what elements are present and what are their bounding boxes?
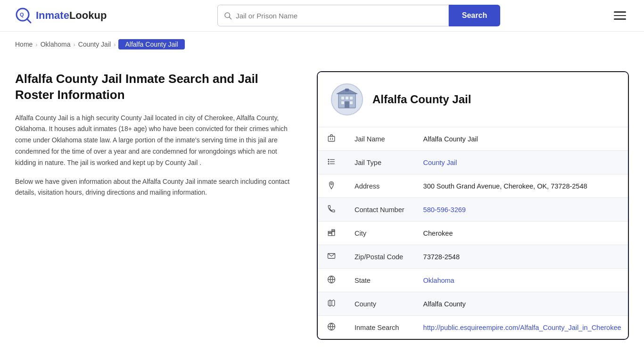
chevron-icon-1: › [35,41,37,48]
svg-rect-11 [345,101,349,108]
svg-rect-13 [345,89,349,91]
row-value[interactable]: http://public.esquireempire.com/Alfalfa_… [414,316,629,339]
breadcrumb: Home › Oklahoma › County Jail › Alfalfa … [0,32,644,57]
row-label: Jail Name [345,127,414,151]
row-label: Jail Type [345,151,414,174]
list-icon [318,151,345,174]
row-value: Alfalfa County [414,292,629,316]
table-row: StateOklahoma [318,269,629,292]
mail-icon [318,245,345,269]
row-link[interactable]: 580-596-3269 [423,206,466,214]
row-label: City [345,222,414,245]
info-table: Jail NameAlfalfa County JailJail TypeCou… [318,127,629,339]
svg-rect-14 [328,136,335,141]
search-button[interactable]: Search [449,5,500,26]
svg-rect-27 [330,232,331,233]
chevron-icon-3: › [114,41,116,48]
search-wrapper [217,5,449,26]
search-input[interactable] [236,12,443,20]
svg-rect-6 [341,97,344,99]
row-value[interactable]: Oklahoma [414,269,629,292]
svg-point-21 [328,161,329,162]
row-value: Alfalfa County Jail [414,127,629,151]
table-row: CityCherokee [318,222,629,245]
city-icon [318,222,345,245]
hamburger-button[interactable] [611,8,629,23]
row-link[interactable]: http://public.esquireempire.com/Alfalfa_… [423,324,621,331]
breadcrumb-type[interactable]: County Jail [78,41,111,48]
logo-text: InmateLookup [36,9,107,22]
row-value: Cherokee [414,222,629,245]
row-link[interactable]: Oklahoma [423,277,454,284]
table-row: Contact Number580-596-3269 [318,198,629,222]
search-form: Search [217,5,500,26]
hamburger-line-2 [614,15,626,16]
info-card: Alfalfa County Jail Jail NameAlfalfa Cou… [317,71,629,340]
table-row: CountyAlfalfa County [318,292,629,316]
table-row: Jail NameAlfalfa County Jail [318,127,629,151]
card-header: Alfalfa County Jail [318,72,628,127]
card-jail-name: Alfalfa County Jail [372,93,471,106]
breadcrumb-state[interactable]: Oklahoma [41,41,71,48]
row-value: 300 South Grand Avenue, Cherokee, OK, 73… [414,174,629,198]
table-row: Address300 South Grand Avenue, Cherokee,… [318,174,629,198]
svg-rect-9 [341,101,344,104]
svg-text:Q: Q [20,12,24,17]
row-label: County [345,292,414,316]
hamburger-line-1 [614,11,626,13]
table-row: Jail TypeCounty Jail [318,151,629,174]
main-content: Alfalfa County Jail Inmate Search and Ja… [0,57,644,359]
svg-rect-26 [329,232,330,233]
row-label: Contact Number [345,198,414,222]
phone-icon [318,198,345,222]
row-value[interactable]: County Jail [414,151,629,174]
svg-rect-28 [332,230,333,231]
row-label: State [345,269,414,292]
svg-point-20 [328,159,329,160]
row-label: Zip/Postal Code [345,245,414,269]
pin-icon [318,174,345,198]
table-row: Inmate Searchhttp://public.esquireempire… [318,316,629,339]
search-globe-icon [318,316,345,339]
svg-rect-8 [350,97,353,99]
svg-point-23 [330,183,332,185]
breadcrumb-current: Alfalfa County Jail [118,39,184,49]
left-content: Alfalfa County Jail Inmate Search and Ja… [15,71,317,340]
row-value: 73728-2548 [414,245,629,269]
county-icon [318,292,345,316]
svg-rect-29 [334,230,335,231]
breadcrumb-home[interactable]: Home [15,41,33,48]
svg-line-4 [230,17,231,19]
info-table-body: Jail NameAlfalfa County JailJail TypeCou… [318,127,629,339]
description-2: Below we have given information about th… [15,176,298,199]
jail-icon [318,127,345,151]
logo-icon: Q [15,7,32,24]
search-icon [223,11,232,20]
svg-line-1 [27,19,31,23]
svg-point-22 [328,164,329,165]
svg-marker-33 [328,300,335,306]
page-title: Alfalfa County Jail Inmate Search and Ja… [15,71,298,103]
header: Q InmateLookup Search [0,0,644,32]
row-label: Inmate Search [345,316,414,339]
row-label: Address [345,174,414,198]
chevron-icon-2: › [74,41,75,48]
row-value[interactable]: 580-596-3269 [414,198,629,222]
row-link[interactable]: County Jail [423,159,457,166]
svg-rect-7 [346,97,348,99]
globe-icon [318,269,345,292]
svg-rect-10 [350,101,353,104]
logo-area[interactable]: Q InmateLookup [15,7,107,24]
description-1: Alfalfa County Jail is a high security C… [15,113,298,169]
jail-avatar [331,83,363,115]
hamburger-line-3 [614,18,626,20]
table-row: Zip/Postal Code73728-2548 [318,245,629,269]
building-icon [335,87,359,112]
